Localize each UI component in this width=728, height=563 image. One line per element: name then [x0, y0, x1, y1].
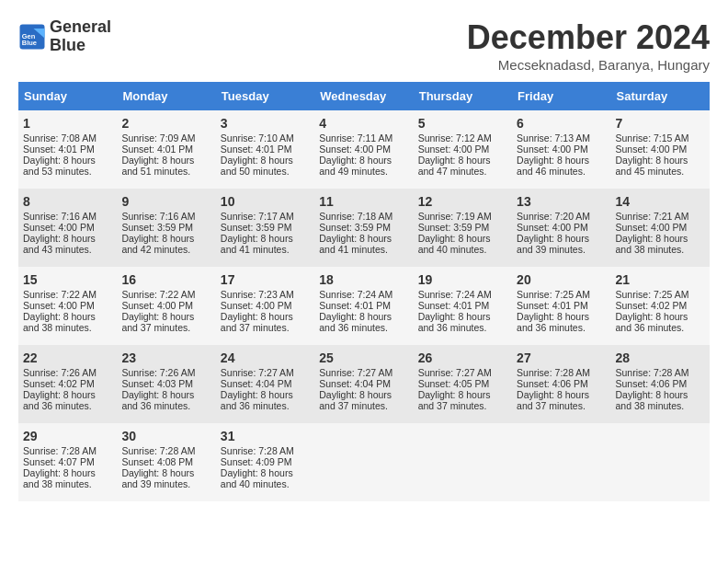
day-info-line: and 36 minutes.	[121, 400, 210, 411]
day-number: 8	[23, 194, 112, 209]
day-info-line: Sunset: 4:08 PM	[121, 456, 210, 467]
day-number: 17	[221, 272, 310, 287]
day-number: 7	[616, 116, 705, 131]
day-info-line: Daylight: 8 hours	[319, 389, 408, 400]
day-info-line: and 37 minutes.	[319, 400, 408, 411]
calendar-cell: 23Sunrise: 7:26 AMSunset: 4:03 PMDayligh…	[117, 345, 215, 423]
day-info-line: Sunset: 4:00 PM	[23, 222, 112, 233]
day-info-line: and 41 minutes.	[319, 244, 408, 255]
day-info-line: Sunrise: 7:27 AM	[221, 367, 310, 378]
calendar-cell: 9Sunrise: 7:16 AMSunset: 3:59 PMDaylight…	[117, 189, 215, 267]
calendar-cell: 14Sunrise: 7:21 AMSunset: 4:00 PMDayligh…	[611, 189, 710, 267]
day-info-line: Sunrise: 7:22 AM	[121, 289, 210, 300]
calendar-cell: 13Sunrise: 7:20 AMSunset: 4:00 PMDayligh…	[512, 189, 610, 267]
day-info-line: Sunset: 3:59 PM	[319, 222, 408, 233]
day-info-line: Sunrise: 7:24 AM	[418, 289, 507, 300]
day-info-line: Sunrise: 7:17 AM	[221, 211, 310, 222]
day-info-line: Sunrise: 7:26 AM	[23, 367, 112, 378]
calendar-cell: 15Sunrise: 7:22 AMSunset: 4:00 PMDayligh…	[18, 267, 117, 345]
day-info-line: Daylight: 8 hours	[616, 233, 705, 244]
weekday-header: Thursday	[414, 82, 512, 110]
day-number: 25	[319, 350, 408, 365]
day-info-line: Sunrise: 7:12 AM	[418, 132, 507, 144]
day-info-line: Daylight: 8 hours	[221, 233, 310, 244]
svg-text:Blue: Blue	[22, 39, 37, 47]
calendar-week-row: 29Sunrise: 7:28 AMSunset: 4:07 PMDayligh…	[18, 423, 710, 501]
weekday-header-row: SundayMondayTuesdayWednesdayThursdayFrid…	[18, 82, 710, 110]
logo: Gen Blue General Blue	[18, 18, 111, 55]
day-number: 9	[121, 194, 210, 209]
day-info-line: and 37 minutes.	[121, 322, 210, 333]
day-info-line: Sunrise: 7:26 AM	[121, 367, 210, 378]
calendar-cell: 30Sunrise: 7:28 AMSunset: 4:08 PMDayligh…	[117, 423, 215, 501]
calendar-cell: 24Sunrise: 7:27 AMSunset: 4:04 PMDayligh…	[216, 345, 314, 423]
day-info-line: Sunrise: 7:16 AM	[23, 211, 112, 222]
day-info-line: Sunset: 4:00 PM	[418, 144, 507, 155]
day-number: 29	[23, 429, 112, 443]
logo-icon: Gen Blue	[18, 23, 46, 51]
title-block: December 2024 Mecseknadasd, Baranya, Hun…	[467, 18, 710, 73]
day-info-line: Daylight: 8 hours	[517, 155, 606, 166]
calendar-cell: 29Sunrise: 7:28 AMSunset: 4:07 PMDayligh…	[18, 423, 117, 501]
calendar-cell: 21Sunrise: 7:25 AMSunset: 4:02 PMDayligh…	[611, 267, 710, 345]
calendar-cell: 27Sunrise: 7:28 AMSunset: 4:06 PMDayligh…	[512, 345, 610, 423]
day-info-line: Daylight: 8 hours	[418, 389, 507, 400]
day-info-line: Sunrise: 7:28 AM	[121, 445, 210, 456]
day-info-line: Daylight: 8 hours	[616, 389, 705, 400]
day-info-line: Sunrise: 7:18 AM	[319, 211, 408, 222]
day-info-line: Sunset: 3:59 PM	[418, 222, 507, 233]
day-number: 21	[616, 272, 705, 287]
day-info-line: Sunrise: 7:21 AM	[616, 211, 705, 222]
day-info-line: Daylight: 8 hours	[121, 233, 210, 244]
day-info-line: and 49 minutes.	[319, 166, 408, 177]
day-number: 1	[23, 116, 112, 131]
day-info-line: Sunset: 4:01 PM	[23, 144, 112, 155]
day-info-line: Daylight: 8 hours	[319, 155, 408, 166]
calendar-cell: 3Sunrise: 7:10 AMSunset: 4:01 PMDaylight…	[216, 110, 314, 189]
page-header: Gen Blue General Blue December 2024 Mecs…	[18, 18, 710, 73]
day-number: 12	[418, 194, 507, 209]
day-number: 3	[221, 116, 310, 131]
day-info-line: Sunrise: 7:09 AM	[121, 132, 210, 144]
day-info-line: Daylight: 8 hours	[418, 311, 507, 322]
day-info-line: Daylight: 8 hours	[23, 311, 112, 322]
day-info-line: and 43 minutes.	[23, 244, 112, 255]
day-info-line: Daylight: 8 hours	[23, 389, 112, 400]
day-info-line: Sunset: 4:00 PM	[616, 222, 705, 233]
day-info-line: Sunset: 4:00 PM	[616, 144, 705, 155]
day-info-line: and 39 minutes.	[121, 478, 210, 489]
day-info-line: and 47 minutes.	[418, 166, 507, 177]
calendar-cell: 18Sunrise: 7:24 AMSunset: 4:01 PMDayligh…	[314, 267, 413, 345]
day-info-line: and 36 minutes.	[221, 400, 310, 411]
day-info-line: Sunset: 4:03 PM	[121, 378, 210, 389]
day-info-line: and 36 minutes.	[319, 322, 408, 333]
day-info-line: and 38 minutes.	[23, 322, 112, 333]
day-info-line: Sunset: 4:07 PM	[23, 456, 112, 467]
day-info-line: Daylight: 8 hours	[221, 389, 310, 400]
calendar-cell: 28Sunrise: 7:28 AMSunset: 4:06 PMDayligh…	[611, 345, 710, 423]
day-info-line: Sunset: 3:59 PM	[121, 222, 210, 233]
day-number: 5	[418, 116, 507, 131]
day-info-line: and 41 minutes.	[221, 244, 310, 255]
day-info-line: and 53 minutes.	[23, 166, 112, 177]
day-info-line: and 37 minutes.	[517, 400, 606, 411]
day-number: 31	[221, 429, 310, 443]
day-info-line: Daylight: 8 hours	[221, 311, 310, 322]
day-number: 2	[121, 116, 210, 131]
day-info-line: Sunrise: 7:19 AM	[418, 211, 507, 222]
day-number: 26	[418, 350, 507, 365]
month-title: December 2024	[467, 18, 710, 57]
day-info-line: and 39 minutes.	[517, 244, 606, 255]
day-info-line: Sunset: 4:00 PM	[517, 144, 606, 155]
day-info-line: Sunrise: 7:15 AM	[616, 132, 705, 144]
day-info-line: Sunrise: 7:13 AM	[517, 132, 606, 144]
day-info-line: Sunset: 4:09 PM	[221, 456, 310, 467]
day-info-line: Daylight: 8 hours	[23, 467, 112, 478]
calendar-cell: 6Sunrise: 7:13 AMSunset: 4:00 PMDaylight…	[512, 110, 610, 189]
day-info-line: Sunset: 4:05 PM	[418, 378, 507, 389]
day-number: 4	[319, 116, 408, 131]
day-info-line: Sunset: 4:01 PM	[418, 300, 507, 311]
calendar-cell: 7Sunrise: 7:15 AMSunset: 4:00 PMDaylight…	[611, 110, 710, 189]
day-info-line: and 36 minutes.	[517, 322, 606, 333]
day-number: 20	[517, 272, 606, 287]
